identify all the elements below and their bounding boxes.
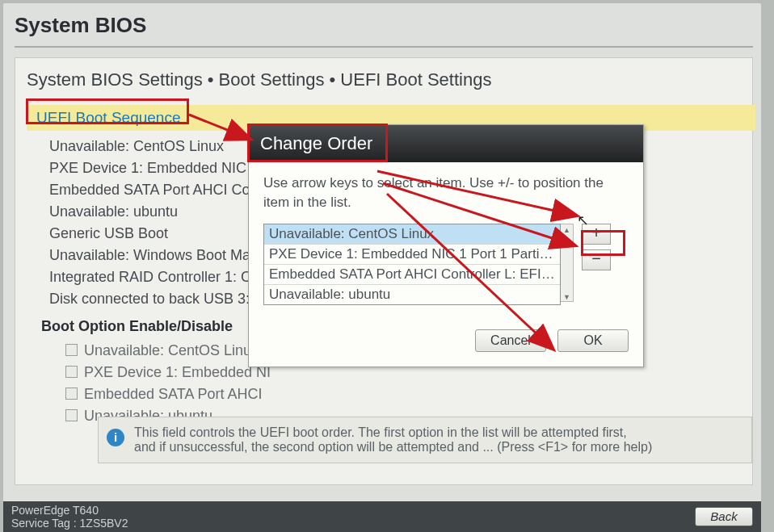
scroll-down-icon[interactable] bbox=[563, 291, 570, 301]
scroll-up-icon[interactable] bbox=[563, 224, 570, 234]
service-tag: Service Tag : 1ZS5BV2 bbox=[11, 517, 128, 530]
order-item[interactable]: Unavailable: CentOS Linux bbox=[264, 224, 560, 245]
change-order-dialog: Change Order Use arrow keys to select an… bbox=[248, 124, 644, 367]
help-bar: i This field controls the UEFI boot orde… bbox=[98, 417, 752, 463]
back-button[interactable]: Back bbox=[695, 507, 753, 526]
system-model: PowerEdge T640 bbox=[11, 504, 128, 517]
uefi-boot-sequence-label: UEFI Boot Sequence bbox=[33, 108, 184, 128]
move-down-button[interactable]: − bbox=[582, 249, 611, 270]
page-title: System BIOS bbox=[15, 13, 753, 48]
ok-button[interactable]: OK bbox=[557, 329, 629, 352]
move-up-button[interactable]: + bbox=[582, 224, 611, 245]
help-text-line: This field controls the UEFI boot order.… bbox=[134, 425, 740, 440]
scrollbar[interactable] bbox=[561, 224, 574, 302]
dialog-instruction: Use arrow keys to select an item. Use +/… bbox=[263, 174, 629, 212]
info-icon: i bbox=[107, 429, 124, 446]
order-item[interactable]: PXE Device 1: Embedded NIC 1 Port 1 Part… bbox=[264, 245, 560, 265]
dialog-title: Change Order bbox=[249, 125, 643, 162]
order-item[interactable]: Unavailable: ubuntu bbox=[264, 285, 560, 304]
cancel-button[interactable]: Cancel bbox=[475, 329, 546, 352]
boot-option-checkbox[interactable]: Embedded SATA Port AHCI bbox=[65, 383, 741, 405]
order-item[interactable]: Embedded SATA Port AHCI Controller L: EF… bbox=[264, 265, 560, 285]
main-panel: System BIOS Settings • Boot Settings • U… bbox=[15, 57, 753, 485]
help-text-line: and if unsuccessful, the second option w… bbox=[134, 440, 740, 455]
order-listbox[interactable]: Unavailable: CentOS Linux PXE Device 1: … bbox=[263, 224, 561, 305]
breadcrumb: System BIOS Settings • Boot Settings • U… bbox=[27, 69, 741, 90]
footer-bar: PowerEdge T640 Service Tag : 1ZS5BV2 Bac… bbox=[3, 501, 761, 532]
